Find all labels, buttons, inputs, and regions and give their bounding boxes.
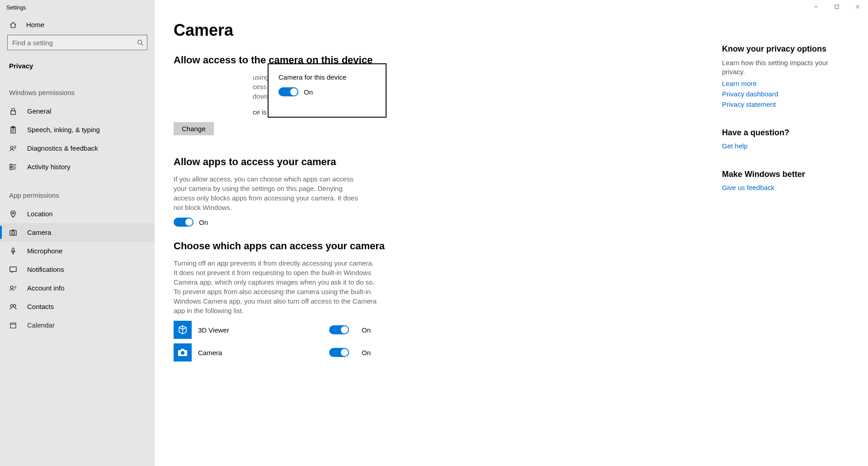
contacts-icon	[9, 304, 17, 310]
allow-apps-toggle[interactable]	[174, 218, 193, 227]
nav-label: Camera	[27, 228, 51, 236]
close-button[interactable]	[847, 0, 868, 14]
category-label: Privacy	[0, 53, 155, 73]
change-button[interactable]: Change	[174, 122, 214, 135]
section-allow-apps-body: If you allow access, you can choose whic…	[174, 174, 363, 212]
camera-device-flyout: Camera for this device On	[268, 63, 387, 118]
app-icon-camera	[174, 343, 192, 361]
svg-point-9	[12, 232, 14, 234]
right-rail: Know your privacy options Learn how this…	[722, 44, 840, 211]
nav-account-info[interactable]: Account info	[0, 279, 155, 297]
link-privacy-dashboard[interactable]: Privacy dashboard	[722, 90, 840, 98]
section-choose-apps-body: Turning off an app prevents it from dire…	[174, 258, 377, 315]
svg-point-4	[10, 146, 13, 149]
lock-icon	[9, 108, 17, 115]
sidebar: Settings Home Privacy Windows permission…	[0, 0, 155, 466]
nav-home[interactable]: Home	[0, 14, 155, 35]
search-input[interactable]	[7, 35, 147, 50]
app-toggle-3d-viewer[interactable]	[329, 325, 349, 334]
account-icon	[9, 285, 17, 291]
link-privacy-statement[interactable]: Privacy statement	[722, 100, 840, 108]
app-toggle-state: On	[362, 326, 371, 334]
app-name: Camera	[198, 349, 329, 357]
app-row-camera: Camera On	[174, 343, 543, 361]
app-icon-3d-viewer	[174, 321, 192, 339]
rail-question-heading: Have a question?	[722, 128, 840, 138]
rail-better-heading: Make Windows better	[722, 170, 840, 179]
svg-point-0	[138, 40, 142, 44]
nav-calendar[interactable]: Calendar	[0, 316, 155, 334]
nav-label: Speech, inking, & typing	[27, 126, 100, 133]
svg-rect-15	[10, 323, 16, 328]
nav-home-label: Home	[26, 21, 44, 29]
microphone-icon	[9, 247, 17, 255]
group-app-permissions: App permissions	[0, 176, 155, 204]
svg-rect-6	[10, 167, 12, 170]
nav-camera[interactable]: Camera	[0, 223, 155, 242]
link-get-help[interactable]: Get help	[722, 142, 840, 150]
flyout-toggle[interactable]	[278, 87, 298, 96]
search-icon	[137, 39, 143, 46]
rail-privacy-heading: Know your privacy options	[722, 44, 840, 54]
window-controls	[806, 0, 868, 14]
svg-rect-10	[12, 248, 14, 252]
nav-diagnostics-feedback[interactable]: Diagnostics & feedback	[0, 139, 155, 157]
link-learn-more[interactable]: Learn more	[722, 80, 840, 87]
nav-label: Microphone	[27, 247, 62, 255]
svg-rect-11	[10, 267, 16, 271]
allow-apps-toggle-state: On	[199, 219, 208, 226]
maximize-button[interactable]	[826, 0, 847, 14]
svg-point-7	[12, 212, 14, 214]
svg-rect-19	[181, 349, 184, 351]
nav-contacts[interactable]: Contacts	[0, 297, 155, 316]
svg-rect-5	[10, 164, 12, 166]
svg-point-12	[10, 286, 13, 289]
svg-point-14	[13, 304, 16, 307]
nav-label: Diagnostics & feedback	[27, 144, 98, 152]
notifications-icon	[9, 266, 17, 273]
svg-rect-16	[835, 5, 839, 9]
feedback-icon	[9, 145, 17, 152]
app-row-3d-viewer: 3D Viewer On	[174, 321, 543, 339]
flyout-toggle-state: On	[304, 88, 313, 96]
nav-label: General	[27, 107, 51, 115]
nav-label: Location	[27, 210, 53, 218]
location-icon	[9, 210, 17, 218]
main-area: Camera Allow access to the camera on thi…	[155, 0, 868, 466]
camera-icon	[9, 229, 17, 236]
rail-privacy-text: Learn how this setting impacts your priv…	[722, 58, 840, 77]
window-title: Settings	[0, 0, 155, 14]
nav-label: Notifications	[27, 266, 64, 273]
minimize-button[interactable]	[806, 0, 826, 14]
clipboard-icon	[9, 126, 17, 133]
link-give-feedback[interactable]: Give us feedback	[722, 184, 840, 191]
app-toggle-state: On	[362, 349, 371, 357]
section-choose-apps-heading: Choose which apps can access your camera	[174, 240, 543, 252]
section-allow-apps-heading: Allow apps to access your camera	[174, 156, 543, 168]
nav-activity-history[interactable]: Activity history	[0, 157, 155, 176]
group-windows-permissions: Windows permissions	[0, 73, 155, 102]
flyout-title: Camera for this device	[278, 73, 376, 81]
app-name: 3D Viewer	[198, 326, 329, 334]
page-title: Camera	[174, 21, 543, 40]
nav-label: Contacts	[27, 303, 54, 310]
nav-location[interactable]: Location	[0, 204, 155, 223]
nav-speech-inking-typing[interactable]: Speech, inking, & typing	[0, 120, 155, 139]
home-icon	[9, 21, 17, 29]
nav-microphone[interactable]: Microphone	[0, 242, 155, 260]
svg-point-18	[181, 351, 184, 355]
nav-label: Account info	[27, 284, 65, 292]
search-field[interactable]	[12, 39, 137, 47]
timeline-icon	[9, 163, 17, 171]
nav-general[interactable]: General	[0, 102, 155, 120]
app-toggle-camera[interactable]	[329, 348, 349, 357]
calendar-icon	[9, 322, 17, 328]
svg-rect-1	[11, 111, 15, 114]
nav-label: Calendar	[27, 321, 55, 329]
svg-point-13	[10, 304, 13, 307]
nav-notifications[interactable]: Notifications	[0, 260, 155, 279]
nav-label: Activity history	[27, 163, 71, 171]
